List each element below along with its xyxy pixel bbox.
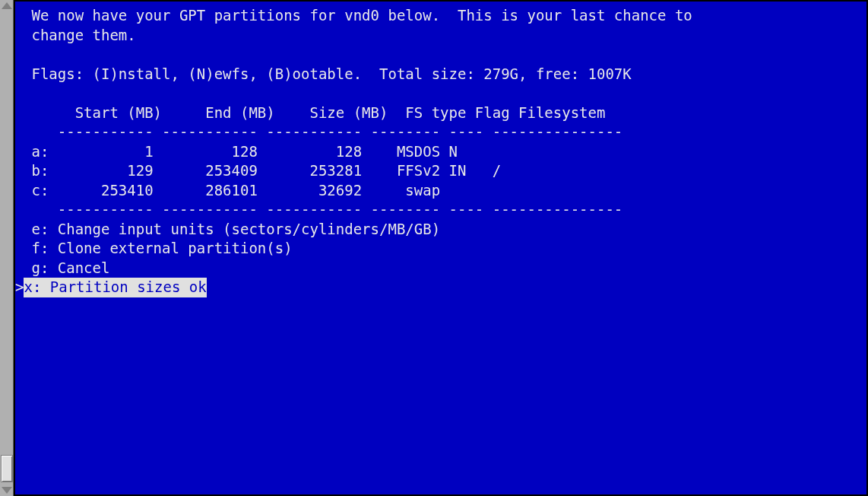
footer-rule: ----------- ----------- ----------- ----…: [15, 200, 866, 220]
scrollbar-thumb[interactable]: [1, 455, 13, 482]
menu-f-clone-external[interactable]: f: Clone external partition(s): [15, 239, 866, 259]
scroll-up-arrow-icon[interactable]: [2, 2, 12, 9]
menu-x-partition-sizes-ok[interactable]: >x: Partition sizes ok: [15, 278, 866, 297]
menu-e-change-units[interactable]: e: Change input units (sectors/cylinders…: [15, 220, 866, 240]
scroll-down-arrow-icon[interactable]: [2, 487, 12, 494]
menu-g-cancel[interactable]: g: Cancel: [15, 259, 866, 278]
header-rule: ----------- ----------- ----------- ----…: [15, 122, 866, 142]
blank-line: [15, 45, 866, 65]
intro-line-2: change them.: [15, 26, 866, 46]
selected-menu-item[interactable]: x: Partition sizes ok: [24, 278, 206, 297]
cursor-marker: >: [15, 278, 24, 295]
intro-line-1: We now have your GPT partitions for vnd0…: [15, 6, 866, 26]
partition-row-b[interactable]: b: 129 253409 253281 FFSv2 IN /: [15, 161, 866, 181]
partition-row-c[interactable]: c: 253410 286101 32692 swap: [15, 181, 866, 201]
vertical-scrollbar[interactable]: [0, 0, 14, 496]
column-headers: Start (MB) End (MB) Size (MB) FS type Fl…: [15, 103, 866, 123]
partition-row-a[interactable]: a: 1 128 128 MSDOS N: [15, 142, 866, 162]
blank-line: [15, 84, 866, 103]
flags-line: Flags: (I)nstall, (N)ewfs, (B)ootable. T…: [15, 65, 866, 84]
terminal-screen: We now have your GPT partitions for vnd0…: [14, 0, 868, 496]
